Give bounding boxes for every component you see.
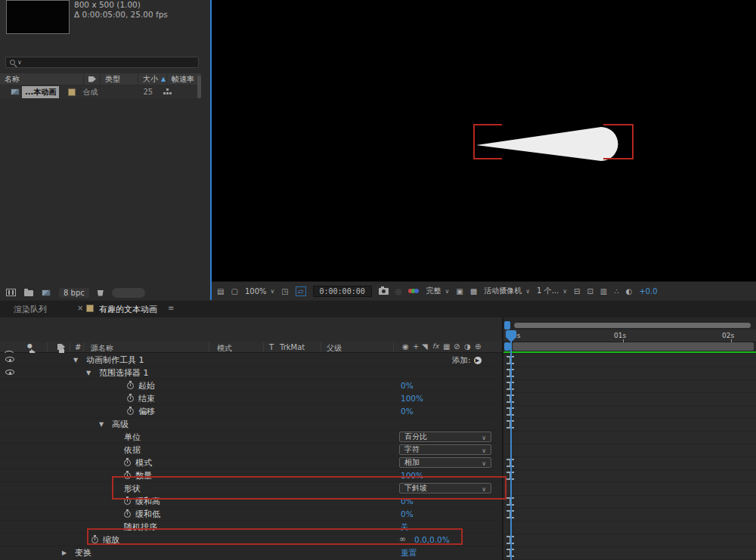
switch-shy-icon: + bbox=[413, 342, 419, 351]
panel-toggle-pill[interactable] bbox=[112, 288, 145, 298]
chevron-down-icon: ∨ bbox=[482, 459, 486, 469]
disclosure-triangle-icon[interactable]: ▼ bbox=[99, 421, 107, 428]
preview-timecode[interactable]: 0:00:00:00 bbox=[313, 286, 372, 297]
based-on-dropdown[interactable]: 字符 ∨ bbox=[399, 444, 491, 455]
row-transform[interactable]: ▶ 变换 重置 bbox=[0, 546, 503, 559]
target-region-icon[interactable]: ▣ bbox=[456, 287, 463, 295]
magnification-dropdown[interactable]: 100%∨ bbox=[245, 287, 274, 295]
pixel-aspect-icon[interactable]: ⊟ bbox=[574, 287, 580, 295]
reset-link[interactable]: 重置 bbox=[401, 548, 417, 558]
property-label: 动画制作工具 1 bbox=[86, 354, 144, 366]
comp-color-swatch[interactable] bbox=[68, 88, 76, 96]
bit-depth-button[interactable]: 8 bpc bbox=[59, 288, 89, 298]
region-of-interest-icon[interactable]: ▱ bbox=[296, 286, 306, 296]
new-composition-icon[interactable] bbox=[42, 289, 51, 296]
snapshot-icon[interactable] bbox=[379, 288, 389, 295]
column-name[interactable]: 名称 bbox=[0, 73, 83, 85]
tab-render-queue[interactable]: 渲染队列 bbox=[14, 304, 47, 315]
navigator-handle[interactable] bbox=[504, 321, 510, 330]
composition-dimensions: 800 x 500 (1.00) bbox=[74, 0, 168, 10]
column-size[interactable]: 大小 ▲ bbox=[138, 73, 166, 85]
stopwatch-icon[interactable] bbox=[124, 459, 131, 466]
resolution-dropdown[interactable]: 完整∨ bbox=[426, 286, 449, 296]
playhead-tip bbox=[506, 337, 516, 342]
property-value[interactable]: 100% bbox=[401, 394, 423, 403]
column-parent[interactable]: 父级 bbox=[327, 343, 342, 354]
row-range-selector-1[interactable]: ▼ 范围选择器 1 bbox=[0, 367, 503, 379]
composition-viewer[interactable] bbox=[212, 0, 756, 281]
row-end[interactable]: 结束 100% bbox=[0, 392, 503, 405]
project-search-input[interactable]: ∨ bbox=[5, 57, 199, 68]
primary-viewer-icon[interactable]: ▢ bbox=[231, 287, 237, 295]
grid-guides-icon[interactable]: ◳ bbox=[281, 287, 288, 295]
add-menu-icon[interactable]: ▶ bbox=[474, 357, 482, 364]
row-based-on[interactable]: 依据 字符 ∨ bbox=[0, 444, 503, 456]
show-snapshot-icon[interactable]: ◎ bbox=[395, 287, 402, 295]
fast-previews-icon[interactable]: ⊡ bbox=[587, 287, 593, 295]
camera-dropdown[interactable]: 活动摄像机∨ bbox=[484, 286, 530, 296]
stopwatch-icon[interactable] bbox=[127, 382, 134, 389]
animator-add-control[interactable]: 添加: ▶ bbox=[452, 355, 482, 366]
panel-menu-icon[interactable]: ≡ bbox=[168, 304, 174, 312]
show-channels-icon[interactable] bbox=[408, 288, 419, 295]
column-tag[interactable] bbox=[83, 73, 100, 85]
solo-column-icon[interactable]: ● bbox=[27, 342, 33, 349]
exposure-value[interactable]: +0.0 bbox=[639, 287, 657, 295]
work-area-bar[interactable] bbox=[513, 342, 754, 351]
row-start[interactable]: 起始 0% bbox=[0, 379, 503, 392]
project-item-row[interactable]: ...本动画 合成 25 bbox=[0, 85, 201, 98]
stopwatch-icon[interactable] bbox=[127, 408, 134, 415]
column-framerate[interactable]: 帧速率 bbox=[166, 73, 200, 85]
property-value[interactable]: 0% bbox=[401, 381, 414, 390]
interpret-footage-icon[interactable] bbox=[6, 289, 16, 296]
item-name[interactable]: ...本动画 bbox=[22, 86, 59, 98]
work-area-start-handle[interactable] bbox=[504, 342, 510, 351]
column-t[interactable]: T bbox=[269, 343, 274, 351]
timeline-tab-bar: 渲染队列 × 有趣的文本动画 ≡ bbox=[0, 301, 756, 317]
row-advanced[interactable]: ▼ 高级 bbox=[0, 418, 503, 431]
annotation-rectangle-shape bbox=[112, 476, 507, 500]
new-folder-icon[interactable] bbox=[24, 290, 33, 296]
current-time-indicator-line[interactable] bbox=[510, 330, 512, 560]
tab-composition[interactable]: 有趣的文本动画 bbox=[99, 304, 157, 315]
stopwatch-icon[interactable] bbox=[127, 395, 134, 402]
selection-bracket-left bbox=[473, 124, 502, 159]
property-value[interactable]: 0% bbox=[401, 509, 414, 518]
disclosure-triangle-icon[interactable]: ▶ bbox=[62, 549, 70, 556]
close-icon[interactable]: × bbox=[77, 304, 83, 312]
row-offset[interactable]: 偏移 0% bbox=[0, 405, 503, 418]
row-mode[interactable]: 模式 相加 ∨ bbox=[0, 456, 503, 469]
project-scrollbar[interactable] bbox=[197, 76, 201, 98]
timeline-column-header: ● # 源名称 模式 T TrkMat 父级 ◉ + ◥ fx ▦ ⊘ ◑ ⊕ bbox=[0, 342, 503, 353]
index-column[interactable]: # bbox=[75, 343, 81, 351]
playhead-handle[interactable] bbox=[506, 330, 516, 337]
switch-camera-icon: ◉ bbox=[402, 342, 409, 351]
column-mode[interactable]: 模式 bbox=[217, 343, 232, 354]
footage-icon bbox=[11, 88, 20, 95]
navigator-thumb[interactable] bbox=[514, 323, 751, 328]
mode-dropdown[interactable]: 相加 ∨ bbox=[399, 457, 491, 468]
disclosure-triangle-icon[interactable]: ▼ bbox=[73, 357, 82, 364]
trash-icon[interactable] bbox=[98, 289, 104, 296]
stopwatch-icon[interactable] bbox=[124, 511, 131, 518]
column-trkmat[interactable]: TrkMat bbox=[280, 343, 305, 351]
switch-collapse-icon: ◥ bbox=[422, 342, 428, 351]
units-dropdown[interactable]: 百分比 ∨ bbox=[399, 432, 491, 442]
property-value[interactable]: 0% bbox=[401, 407, 414, 416]
track-area[interactable] bbox=[503, 354, 756, 560]
transparency-grid-icon[interactable]: ▩ bbox=[470, 287, 477, 295]
time-ruler[interactable]: 0s 01s 02s bbox=[503, 330, 756, 342]
column-source-name[interactable]: 源名称 bbox=[91, 343, 113, 354]
row-units[interactable]: 单位 百分比 ∨ bbox=[0, 431, 503, 444]
view-layout-dropdown[interactable]: 1 个...∨ bbox=[537, 286, 567, 296]
row-animator-1[interactable]: ▼ 动画制作工具 1 添加: ▶ bbox=[0, 354, 503, 367]
column-type[interactable]: 类型 bbox=[100, 73, 138, 85]
row-ease-low[interactable]: 缓和低 0% bbox=[0, 508, 503, 521]
chevron-down-icon: ∨ bbox=[525, 288, 530, 295]
always-preview-icon[interactable]: ▤ bbox=[217, 287, 224, 295]
ruler-label-01s: 01s bbox=[614, 332, 626, 339]
reset-exposure-icon[interactable]: ◐ bbox=[626, 287, 633, 295]
flowchart-icon[interactable]: ∴ bbox=[614, 287, 618, 295]
timeline-button-icon[interactable]: ▥ bbox=[600, 287, 607, 295]
disclosure-triangle-icon[interactable]: ▼ bbox=[86, 370, 94, 376]
